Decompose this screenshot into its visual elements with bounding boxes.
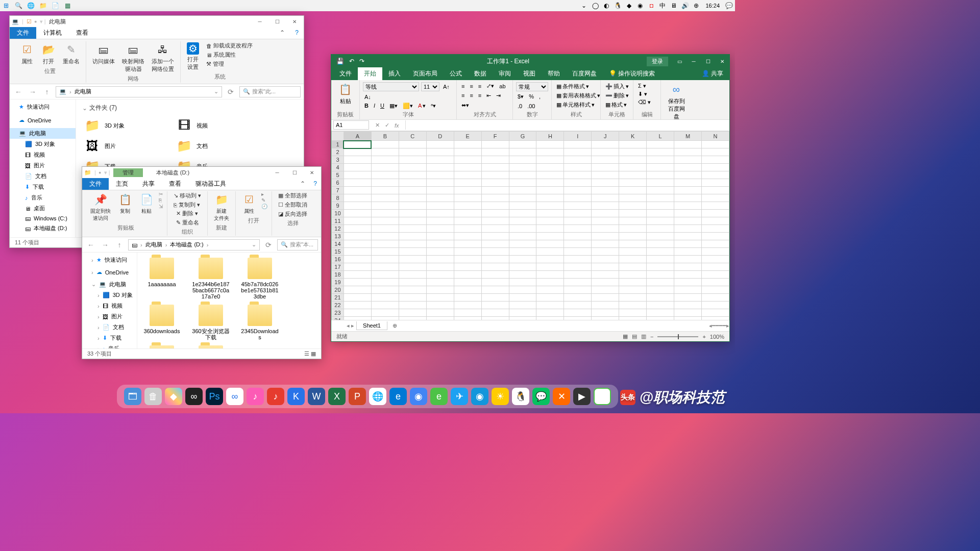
dock-app-icon[interactable]: ◆ <box>165 388 182 405</box>
cell-style-button[interactable]: ▦ 单元格样式 ▾ <box>555 101 597 109</box>
sidebar-documents[interactable]: ›📄文档 <box>82 322 137 333</box>
border-button[interactable]: ▦▾ <box>388 102 399 110</box>
help-icon[interactable]: ? <box>309 178 321 190</box>
zoom-out-button[interactable]: − <box>650 334 653 340</box>
search-field[interactable]: 🔍 搜索"此... <box>239 86 301 97</box>
sidebar-downloads[interactable]: ›⬇下载 <box>82 333 137 343</box>
dock-app-icon[interactable]: ✕ <box>553 388 570 405</box>
selectnone-button[interactable]: ☐ 全部取消 <box>276 201 309 209</box>
dock-edge-icon[interactable]: e <box>389 388 407 405</box>
tray-icon-5[interactable]: ◘ <box>647 2 655 10</box>
insert-cells-button[interactable]: ➕ 插入 ▾ <box>604 82 630 91</box>
folder-item[interactable]: Administrator <box>142 345 181 348</box>
view-layout-icon[interactable]: ▤ <box>632 333 637 340</box>
properties-button[interactable]: ☑属性 <box>240 191 258 216</box>
paste-button[interactable]: 📄粘贴 <box>137 191 156 216</box>
titlebar[interactable]: 📁 | ▫ ▾ | 管理 本地磁盘 (D:) ─ ☐ ✕ <box>82 167 321 178</box>
tab-view[interactable]: 查看 <box>162 178 188 190</box>
sidebar-video[interactable]: 🎞视频 <box>10 149 76 160</box>
dock-app-icon[interactable]: ☀ <box>492 388 509 405</box>
folder-item[interactable]: 2345Downloads <box>240 305 279 340</box>
sidebar-video[interactable]: ›🎞视频 <box>82 300 137 311</box>
sysprops-button[interactable]: 🖥系统属性 <box>204 51 255 59</box>
address-field[interactable]: 🖴 › 此电脑 › 本地磁盘 (D:) › ⌄ <box>128 239 260 251</box>
delete-button[interactable]: ✕ 删除 ▾ <box>174 209 200 218</box>
dock-excel-icon[interactable]: X <box>328 388 346 405</box>
folders-group-header[interactable]: ⌄文件夹 (7) <box>82 104 298 112</box>
decrease-decimal-icon[interactable]: .00 <box>526 103 536 110</box>
forward-button[interactable]: → <box>100 239 111 251</box>
tab-data[interactable]: 数据 <box>468 67 493 80</box>
folder-item[interactable]: 45b7a78dc026be1e57631b813dbe <box>240 258 279 299</box>
sidebar-3d[interactable]: ›🟦3D 对象 <box>82 290 137 300</box>
bold-button[interactable]: B <box>363 102 370 109</box>
tab-home[interactable]: 开始 <box>358 67 382 80</box>
newfolder-button[interactable]: 📁新建 文件夹 <box>212 191 231 223</box>
number-format-select[interactable]: 常规 <box>516 82 548 91</box>
sidebar-downloads[interactable]: ⬇下载 <box>10 182 76 192</box>
italic-button[interactable]: I <box>372 102 377 109</box>
dock-powerpoint-icon[interactable]: P <box>349 388 366 405</box>
tab-baidu[interactable]: 百度网盘 <box>566 67 603 80</box>
dock-chrome-icon[interactable]: 🌐 <box>369 388 386 405</box>
indent-right-icon[interactable]: ⇥ <box>495 92 502 99</box>
tray-icon-1[interactable]: ◯ <box>591 2 599 10</box>
save-icon[interactable]: 💾 <box>336 58 344 65</box>
dock-app-icon[interactable]: G <box>594 388 611 405</box>
delete-cells-button[interactable]: ➖ 删除 ▾ <box>604 91 630 100</box>
tray-icon-3[interactable]: ◆ <box>625 2 633 10</box>
dock-trash-icon[interactable]: 🗑 <box>144 388 162 405</box>
media-button[interactable]: 🖴访问媒体 <box>90 41 117 66</box>
ribbon-collapse-icon[interactable]: ⌃ <box>296 178 309 190</box>
wrap-text-button[interactable]: ab <box>498 83 507 90</box>
refresh-button[interactable]: ⟳ <box>225 86 236 97</box>
login-button[interactable]: 登录 <box>647 57 668 66</box>
close-button[interactable]: ✕ <box>305 167 319 178</box>
ribbon-collapse-icon[interactable]: ⌃ <box>275 27 290 39</box>
decrease-font-icon[interactable]: A↓ <box>363 93 373 101</box>
maximize-button[interactable]: ☐ <box>287 167 302 178</box>
moveto-button[interactable]: ↘ 移动到 ▾ <box>172 191 203 200</box>
qat-checkbox-icon[interactable]: ☑ <box>27 18 32 25</box>
folder-pictures[interactable]: 🖼图片 <box>82 136 174 156</box>
properties-button[interactable]: ☑属性 <box>18 41 36 66</box>
back-button[interactable]: ← <box>85 239 96 251</box>
pin-button[interactable]: 📌固定到快 速访问 <box>88 191 113 223</box>
undo-icon[interactable]: ↶ <box>349 58 354 65</box>
save-baidu-button[interactable]: ∞保存到 百度网盘 <box>664 82 689 120</box>
dock-chrome2-icon[interactable]: ◉ <box>410 388 427 405</box>
view-icons-icon[interactable]: ▦ <box>311 350 316 357</box>
copyto-button[interactable]: ⎘ 复制到 ▾ <box>172 201 202 209</box>
align-middle-icon[interactable]: ≡ <box>468 83 474 90</box>
formula-input[interactable] <box>405 120 727 130</box>
paste-button[interactable]: 📋粘贴 <box>334 82 356 105</box>
titlebar[interactable]: 💻 | ☑ ▫ ▾ | 此电脑 ─ ☐ ✕ <box>10 16 304 27</box>
align-left-icon[interactable]: ≡ <box>460 92 466 99</box>
notifications-icon[interactable]: 💬 <box>725 2 733 10</box>
explorer-icon[interactable]: 📁 <box>39 2 47 10</box>
close-button[interactable]: ✕ <box>287 16 302 27</box>
tab-view[interactable]: 视图 <box>517 67 542 80</box>
ribbon-display-icon[interactable]: ▭ <box>672 56 687 66</box>
currency-icon[interactable]: $▾ <box>516 93 525 101</box>
dock-baidu-icon[interactable]: ∞ <box>226 388 243 405</box>
sidebar-cdrive[interactable]: 🖴Windows (C:) <box>10 214 76 223</box>
folder-item[interactable]: 360安全浏览器下载 <box>191 305 230 340</box>
tray-display-icon[interactable]: 🖥 <box>670 2 678 10</box>
folder-3d[interactable]: 📁3D 对象 <box>82 115 174 136</box>
font-color-button[interactable]: A▾ <box>416 102 427 110</box>
dock-app-icon[interactable]: ∞ <box>185 388 203 405</box>
dock-finder-icon[interactable]: 🗔 <box>124 388 141 405</box>
minimize-button[interactable]: ─ <box>253 16 267 27</box>
tray-ime-icon[interactable]: 中 <box>658 2 667 10</box>
spreadsheet-grid[interactable]: ABCDEFGHIJKLMN12345678910111213141516171… <box>331 131 729 320</box>
clear-button[interactable]: ⌫ ▾ <box>636 98 657 106</box>
tray-icon-4[interactable]: ◉ <box>636 2 644 10</box>
folder-video[interactable]: 🎞视频 <box>174 115 266 136</box>
address-field[interactable]: 💻 › 此电脑 ⌄ <box>56 86 222 97</box>
dock-qq-icon[interactable]: 🐧 <box>512 388 529 405</box>
up-button[interactable]: ↑ <box>41 86 53 97</box>
align-top-icon[interactable]: ≡ <box>460 83 466 90</box>
conditional-format-button[interactable]: ▦ 条件格式 ▾ <box>555 82 597 91</box>
autosum-button[interactable]: Σ ▾ <box>636 82 657 90</box>
